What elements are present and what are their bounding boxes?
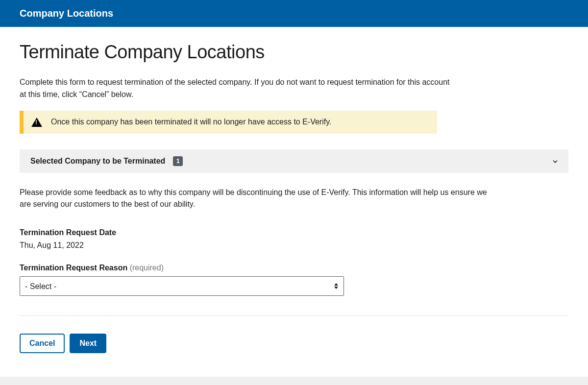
button-row: Cancel Next: [20, 334, 568, 353]
selected-company-accordion[interactable]: Selected Company to be Terminated 1: [20, 149, 568, 173]
warning-alert: Once this company has been terminated it…: [20, 111, 437, 134]
reason-select[interactable]: - Select -: [20, 276, 344, 296]
main-content: Terminate Company Locations Complete thi…: [0, 27, 588, 373]
request-date-value: Thu, Aug 11, 2022: [20, 241, 568, 250]
warning-alert-text: Once this company has been terminated it…: [51, 118, 331, 126]
accordion-label: Selected Company to be Terminated: [30, 157, 165, 166]
reason-label-text: Termination Request Reason: [20, 264, 127, 272]
intro-text: Complete this form to request terminatio…: [20, 76, 451, 101]
header-bar: Company Locations: [0, 0, 588, 27]
page-title: Terminate Company Locations: [20, 42, 568, 63]
reason-select-wrap: - Select -: [20, 276, 344, 296]
feedback-instruction: Please provide some feedback as to why t…: [20, 187, 490, 211]
accordion-left: Selected Company to be Terminated 1: [30, 156, 183, 166]
footer-spacer: [0, 377, 588, 385]
next-button[interactable]: Next: [70, 334, 106, 353]
warning-triangle-icon: [31, 118, 42, 127]
chevron-down-icon: [552, 158, 558, 164]
cancel-button[interactable]: Cancel: [20, 334, 65, 353]
request-date-field: Termination Request Date Thu, Aug 11, 20…: [20, 228, 568, 250]
request-date-label: Termination Request Date: [20, 228, 568, 237]
reason-field: Termination Request Reason (required) - …: [20, 264, 568, 296]
reason-required-hint: (required): [127, 264, 164, 272]
divider: [20, 315, 568, 316]
selected-count-badge: 1: [173, 156, 183, 166]
reason-label: Termination Request Reason (required): [20, 264, 568, 272]
header-title: Company Locations: [20, 8, 568, 19]
